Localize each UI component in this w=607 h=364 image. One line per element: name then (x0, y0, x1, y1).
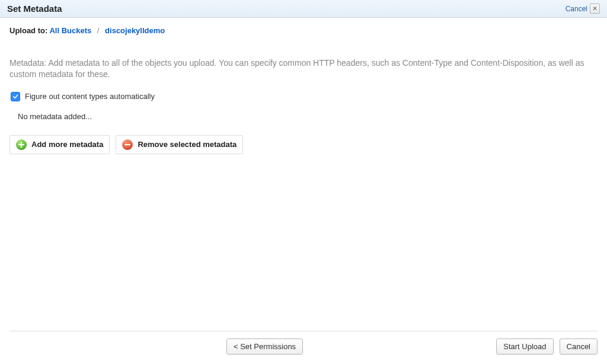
header-right: Cancel ✕ (566, 4, 600, 14)
breadcrumb-link-all-buckets[interactable]: All Buckets (49, 26, 91, 35)
plus-icon (16, 139, 27, 150)
check-icon (12, 94, 18, 100)
dialog-header: Set Metadata Cancel ✕ (0, 0, 607, 18)
add-metadata-label: Add more metadata (31, 140, 103, 149)
minus-icon (122, 139, 133, 150)
dialog-title: Set Metadata (7, 4, 62, 14)
metadata-description: Metadata: Add metadata to all of the obj… (9, 58, 596, 80)
auto-content-type-row: Figure out content types automatically (9, 92, 598, 101)
footer-left: < Set Permissions (226, 339, 303, 355)
breadcrumb-prefix: Upload to: (9, 26, 47, 35)
no-metadata-text: No metadata added... (9, 112, 598, 121)
breadcrumb: Upload to: All Buckets / discojekylldemo (9, 26, 598, 35)
dialog-footer: < Set Permissions Start Upload Cancel (9, 331, 598, 355)
start-upload-button[interactable]: Start Upload (496, 339, 553, 355)
close-icon[interactable]: ✕ (590, 4, 600, 14)
remove-metadata-label: Remove selected metadata (138, 140, 237, 149)
breadcrumb-separator: / (94, 26, 103, 35)
add-metadata-button[interactable]: Add more metadata (9, 135, 110, 154)
dialog-content: Upload to: All Buckets / discojekylldemo… (0, 18, 607, 162)
metadata-actions: Add more metadata Remove selected metada… (9, 135, 598, 154)
breadcrumb-link-bucket[interactable]: discojekylldemo (105, 26, 165, 35)
cancel-button[interactable]: Cancel (560, 339, 598, 355)
remove-metadata-button[interactable]: Remove selected metadata (116, 135, 243, 154)
back-button[interactable]: < Set Permissions (226, 339, 303, 355)
cancel-link[interactable]: Cancel (566, 5, 587, 13)
auto-content-type-label: Figure out content types automatically (25, 92, 155, 101)
auto-content-type-checkbox[interactable] (11, 92, 20, 101)
